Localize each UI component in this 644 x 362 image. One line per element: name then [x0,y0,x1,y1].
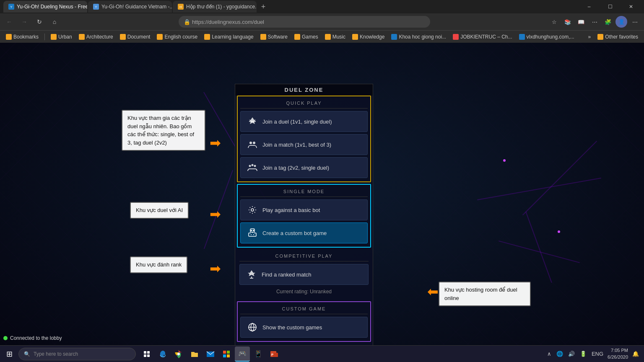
star-icon[interactable]: ☆ [548,16,560,28]
tab-3-label: Hộp thư đến (1) - ygoguidance... [186,4,257,10]
single-mode-header-text: SINGLE MODE [283,189,325,194]
battery-icon[interactable]: 🔋 [578,350,588,358]
volume-icon[interactable]: 🔊 [566,350,576,358]
mail-taskbar-icon[interactable] [203,346,218,362]
bookmark-learning[interactable]: Learning language [202,33,256,41]
basic-bot-button[interactable]: Play against a basic bot [240,199,368,220]
join-tag-button[interactable]: Join a tag (2v2, single duel) [240,157,368,178]
chrome-taskbar-icon[interactable] [171,346,186,362]
home-button[interactable]: ⌂ [49,16,60,28]
forward-button[interactable]: → [18,16,30,28]
single-mode-header: SINGLE MODE [240,186,368,197]
browser-settings-icon[interactable]: ⋯ [589,16,600,28]
start-button[interactable]: ⊞ [0,346,18,362]
custom-games-icon [247,321,258,333]
bookmark-software-icon [260,34,266,40]
custom-game-header: CUSTOM GAME [240,304,368,314]
bookmark-knowledge[interactable]: Knowledge [350,33,387,41]
bookmark-software[interactable]: Software [258,33,290,41]
bookmark-architecture[interactable]: Architecture [76,33,116,41]
custom-bot-button[interactable]: Create a custom bot game [240,222,368,243]
quick-play-header: QUICK PLAY [240,98,368,109]
ranked-match-button[interactable]: Find a ranked match [239,264,369,285]
bookmark-bookmarks-label: Bookmarks [13,34,39,40]
ranked-match-icon [246,269,257,280]
bookmark-urban-icon [51,34,57,40]
bookmark-document[interactable]: Document [117,33,153,41]
tab-3[interactable]: H Hộp thư đến (1) - ygoguidance... ✕ [173,1,257,13]
bookmark-bookmarks[interactable]: Bookmarks [3,33,41,41]
bookmark-vlxd[interactable]: vlxdhunghung.com,... [517,33,577,41]
edge-taskbar-icon[interactable] [155,346,170,362]
title-bar: Y Yu-Gi-Oh! Dueling Nexus - Free... ✕ Y … [0,0,644,13]
svg-rect-21 [227,354,230,357]
bookmark-overflow[interactable]: » [586,33,594,41]
new-tab-button[interactable]: + [257,1,269,13]
svg-text:P: P [271,353,274,357]
bookmark-games[interactable]: Games [292,33,321,41]
bookmark-music-icon [325,34,331,40]
bookmark-games-icon [294,34,300,40]
svg-rect-19 [227,351,230,354]
bookmarks-bar: Bookmarks Urban Architecture Document En… [0,30,644,43]
join-match-label: Join a match (1v1, best of 3) [262,142,331,148]
bookmark-urban[interactable]: Urban [48,33,75,41]
connection-text: Connected to the lobby [10,335,62,341]
custom-games-button[interactable]: Show the custom games [240,317,368,338]
extensions-icon[interactable]: 🧩 [602,16,614,28]
tab-2[interactable]: Y Yu-Gi-Oh! Guidance Vietnam -... ✕ [88,1,172,13]
custom-bot-icon [247,227,258,239]
url-bar[interactable]: 🔒 https://duelingnexus.com/duel [179,16,430,28]
current-rating-text: Current rating: Unranked [276,289,332,295]
viber-taskbar-icon[interactable]: 📱 [251,346,266,362]
svg-rect-14 [147,354,150,357]
bookmark-job[interactable]: JOBKIENTRUC – Ch... [450,33,514,41]
join-duel-button[interactable]: Join a duel (1v1, single duel) [240,111,368,132]
url-secure-icon: 🔒 [184,19,190,25]
restore-button[interactable]: ☐ [600,0,620,13]
connection-dot [3,336,8,340]
store-taskbar-icon[interactable] [219,346,234,362]
show-hidden-icons[interactable]: ∧ [545,350,553,358]
close-button[interactable]: ✕ [621,0,641,13]
bookmark-english-icon [157,34,163,40]
collections-icon[interactable]: 📚 [562,16,574,28]
more-tools-icon[interactable]: ⋯ [629,16,641,28]
quick-play-section: QUICK PLAY Join a duel (1v1, single duel… [237,96,371,182]
tab-strip: Y Yu-Gi-Oh! Dueling Nexus - Free... ✕ Y … [3,1,576,13]
address-bar: ← → ↻ ⌂ 🔒 https://duelingnexus.com/duel … [0,13,644,30]
bookmark-khoa-hoc[interactable]: Khoa hoc giong noi... [389,33,449,41]
taskview-button[interactable] [139,346,154,362]
bookmark-job-label: JOBKIENTRUC – Ch... [460,34,512,40]
user-avatar: 👤 [615,16,627,28]
explorer-taskbar-icon[interactable] [187,346,202,362]
bookmark-english-course[interactable]: English course [154,33,200,41]
annotation-ai-label: Khu vực duel với AI [136,207,183,213]
bookmark-other-favorites[interactable]: Other favorites [595,33,641,41]
back-button[interactable]: ← [3,16,15,28]
svg-rect-20 [223,354,226,357]
tab-1[interactable]: Y Yu-Gi-Oh! Dueling Nexus - Free... ✕ [3,1,87,13]
bookmark-music[interactable]: Music [322,33,348,41]
profile-avatar[interactable]: 👤 [615,16,627,28]
clock[interactable]: 7:05 PM 6/26/2020 [608,347,628,360]
taskbar-search[interactable]: 🔍 Type here to search [18,348,136,360]
reading-view-icon[interactable]: 📖 [575,16,587,28]
search-icon: 🔍 [24,351,30,357]
powerpoint-taskbar-icon[interactable]: P [267,346,282,362]
bookmark-job-icon [453,34,459,40]
notification-icon[interactable]: 🔔 [631,350,641,358]
tab-1-favicon: Y [8,4,14,10]
network-icon[interactable]: 🌐 [555,350,565,358]
annotation-hosting-text: Khu vực hosting room để duel online [444,287,517,301]
bookmark-knowledge-label: Knowledge [360,34,384,40]
bookmark-other-icon [597,34,603,40]
reload-button[interactable]: ↻ [34,16,45,28]
minimize-button[interactable]: – [579,0,599,13]
main-content: Khu vực tham gia các trận duel ngẫu nhiê… [0,43,644,345]
annotation-hosting: Khu vực hosting room để duel online [439,282,531,306]
tab-2-label: Yu-Gi-Oh! Guidance Vietnam -... [101,4,172,10]
game-taskbar-icon[interactable]: 🎮 [235,346,250,362]
join-match-button[interactable]: Join a match (1v1, best of 3) [240,134,368,155]
language-indicator[interactable]: ENG [590,350,605,358]
